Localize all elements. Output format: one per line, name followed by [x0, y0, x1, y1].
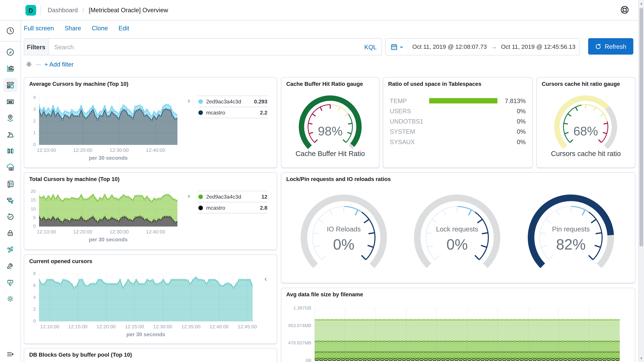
legend-collapse-icon[interactable]: ‹ — [264, 275, 267, 282]
sidebar-item-discover[interactable] — [3, 45, 17, 59]
scroll-up-arrow[interactable]: ▲ — [639, 2, 644, 5]
sidebar-item-code[interactable] — [3, 243, 17, 256]
space-switcher[interactable]: D — [26, 5, 36, 15]
calendar-icon — [390, 43, 398, 50]
lock-requests-gauge: Lock requests0% — [410, 189, 504, 283]
panel-cursors-cache-gauge: Cursors cache hit ratio gauge 68% Cursor… — [536, 77, 635, 168]
legend-series-dot — [198, 205, 203, 210]
tablespace-value: 0% — [496, 138, 526, 145]
share-button[interactable]: Share — [64, 25, 81, 34]
sidebar-item-canvas[interactable] — [3, 95, 17, 109]
dashboard-menu: Full screen Share Clone Edit — [24, 25, 129, 34]
recently-viewed-icon[interactable] — [3, 24, 17, 38]
tablespaces-list: TEMP7.813%USERS0%UNDOTBS10%SYSTEM0%SYSAU… — [390, 96, 526, 147]
x-axis-tick-label: 12:15:00 — [64, 324, 92, 330]
legend-row[interactable]: mcastro2.8 — [198, 202, 267, 214]
y-axis-tick-label: 476.837MB — [282, 340, 312, 345]
sidebar-item-machine-learning[interactable] — [3, 128, 17, 142]
sidebar-item-uptime[interactable] — [3, 210, 17, 224]
y-axis-tick-label: 15 — [24, 198, 36, 202]
sidebar-item-management[interactable] — [3, 292, 17, 306]
kql-toggle[interactable]: KQL — [360, 38, 382, 55]
panel-title: Cache Buffer Hit Ratio gauge — [286, 81, 363, 87]
scrollbar-thumb[interactable] — [640, 8, 643, 246]
sidebar-item-apm[interactable] — [3, 193, 17, 207]
clone-button[interactable]: Clone — [92, 25, 108, 34]
legend-series-dot — [198, 194, 203, 199]
legend-series-value: 12 — [262, 194, 267, 200]
panel-total-cursors: Total Cursors by machine (Top 10) 051015… — [24, 172, 277, 250]
sidebar-item-monitoring[interactable] — [3, 275, 17, 289]
filter-settings-gear-icon[interactable] — [26, 61, 32, 68]
legend-row[interactable]: 2ed9ac3a4c3d12 — [198, 191, 267, 202]
x-axis-tick-label: 12:10:00 — [32, 229, 61, 235]
help-icon[interactable] — [620, 5, 630, 15]
legend-row[interactable]: 2ed9ac3a4c3d0.293 — [198, 96, 267, 107]
sidebar-item-dashboard[interactable] — [3, 78, 17, 92]
legend-series-dot — [198, 110, 203, 115]
breadcrumb-separator: / — [82, 6, 84, 13]
panel-cache-buffer-gauge: Cache Buffer Hit Ratio gauge 98% Cache B… — [281, 77, 380, 168]
date-from[interactable]: Oct 11, 2019 @ 12:08:07.73 — [412, 43, 487, 50]
y-axis-tick-label: 20 — [24, 189, 36, 194]
legend-series-value: 2.8 — [260, 205, 267, 211]
y-axis-tick-label: 2 — [24, 118, 36, 123]
date-picker: Oct 11, 2019 @ 12:08:07.73 → Oct 11, 201… — [385, 38, 580, 55]
y-axis-tick-label: 4 — [24, 295, 36, 300]
chart-legend: 2ed9ac3a4c3d12mcastro2.8 — [198, 191, 267, 214]
sidebar-item-dev-tools[interactable] — [3, 259, 17, 273]
x-axis-tick-label: 12:40:00 — [204, 324, 233, 330]
tablespace-bar-zone — [429, 108, 496, 114]
full-screen-button[interactable]: Full screen — [24, 25, 54, 34]
legend-series-label: mcastro — [206, 205, 260, 211]
search-input[interactable] — [48, 38, 360, 55]
y-axis-tick-label: 1.397GB — [282, 305, 312, 310]
sidebar-item-metrics[interactable] — [3, 161, 17, 174]
sidebar-item-graph[interactable] — [3, 144, 17, 158]
panel-avg-datafile-size: Avg data file size by filename 1.397GB95… — [281, 288, 635, 362]
breadcrumb-dashboard-link[interactable]: Dashboard — [48, 6, 78, 13]
date-to[interactable]: Oct 11, 2019 @ 12:45:56.13 — [501, 43, 576, 50]
legend-expand-icon[interactable]: › — [188, 193, 190, 200]
top-header: D Dashboard / [Metricbeat Oracle] Overvi… — [0, 0, 639, 20]
gauge-label: Cache Buffer Hit Ratio — [282, 150, 379, 158]
tablespace-row: USERS0% — [390, 106, 526, 116]
gauge-label: Cursors cache hit ratio — [537, 150, 635, 158]
sidebar-item-visualize[interactable] — [3, 61, 17, 75]
gauge-label: Lock requests — [410, 225, 504, 233]
collapse-menu-icon[interactable] — [3, 347, 17, 361]
panel-average-cursors: Average Cursors by machine (Top 10) 0123… — [24, 77, 277, 168]
breadcrumb: Dashboard / [Metricbeat Oracle] Overview — [48, 6, 168, 13]
sidebar-item-siem[interactable] — [3, 226, 17, 240]
tablespace-value: 0% — [496, 118, 526, 125]
date-range: Oct 11, 2019 @ 12:08:07.73 → Oct 11, 201… — [408, 43, 580, 50]
y-axis-tick-label: 4 — [24, 95, 36, 100]
edit-button[interactable]: Edit — [118, 25, 129, 34]
gauge-value: 98% — [295, 124, 365, 138]
sidebar-item-logs[interactable] — [3, 177, 17, 191]
sidebar-item-maps[interactable] — [3, 111, 17, 125]
calendar-menu-button[interactable] — [386, 38, 408, 55]
chart-legend: 2ed9ac3a4c3d0.293mcastro2.2 — [198, 96, 267, 118]
panel-title: Cursors cache hit ratio gauge — [542, 81, 620, 87]
legend-row[interactable]: mcastro2.2 — [198, 107, 267, 118]
refresh-button[interactable]: Refresh — [588, 38, 633, 55]
tablespace-value: 0% — [496, 108, 526, 115]
tablespace-bar-zone — [429, 98, 496, 103]
tablespace-bar — [429, 98, 498, 103]
add-filter-button[interactable]: + Add filter — [44, 61, 74, 68]
legend-series-label: 2ed9ac3a4c3d — [206, 194, 261, 200]
x-axis-tick-label: 12:20:00 — [68, 229, 97, 235]
legend-series-dot — [198, 99, 203, 104]
y-axis-tick-label: 1 — [24, 130, 36, 135]
scroll-down-arrow[interactable]: ▼ — [639, 357, 644, 360]
panel-lock-pin-io: Lock/Pin requests and IO reloads ratios … — [281, 172, 635, 283]
panel-title: Lock/Pin requests and IO reloads ratios — [286, 176, 391, 182]
y-axis-tick-label: 953.674MB — [282, 323, 312, 328]
panel-current-opened-cursors: Current opened cursors 0246812:10:0012:1… — [24, 254, 277, 344]
app-sidebar — [0, 0, 21, 362]
y-axis-tick-label: 0 — [24, 142, 36, 147]
legend-expand-icon[interactable]: › — [188, 97, 190, 104]
filters-segment[interactable]: Filters — [24, 38, 48, 55]
add-filter-row: — + Add filter — [26, 61, 74, 68]
